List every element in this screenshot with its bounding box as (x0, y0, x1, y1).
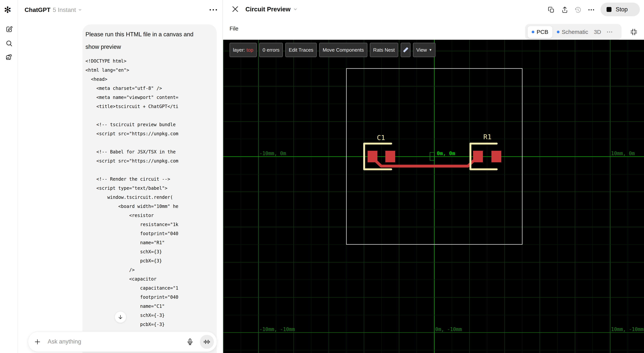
tab-3d[interactable]: 3D (594, 29, 601, 35)
file-menu[interactable]: File (230, 26, 238, 32)
tabs-more-icon[interactable] (606, 29, 613, 35)
pcb-drawing: C1R10m, 0m-10mm, 0m10mm, 0m-10mm, -10mm0… (223, 40, 644, 353)
canvas-title[interactable]: Circuit Preview (246, 5, 298, 14)
blue-dot-icon (557, 31, 560, 33)
library-icon[interactable] (6, 54, 13, 61)
arrow-down-icon (118, 314, 123, 320)
pencil-button[interactable] (401, 43, 410, 57)
edit-traces-button[interactable]: Edit Traces (285, 43, 317, 57)
composer (28, 331, 217, 352)
pencil-icon (402, 46, 409, 54)
more-icon[interactable] (588, 6, 595, 14)
attach-plus-icon[interactable] (34, 338, 41, 345)
copy-icon[interactable] (548, 6, 555, 14)
axis-coordinate-label: 10mm, -10mm (611, 326, 644, 332)
collapse-icon[interactable] (630, 28, 638, 36)
chevron-down-icon (293, 7, 298, 12)
caret-down-icon: ▼ (429, 48, 432, 52)
smd-pad (385, 151, 395, 162)
smd-pad (473, 151, 483, 162)
smd-pad (492, 151, 501, 162)
stop-square-icon (606, 7, 612, 12)
voice-mode-button[interactable] (200, 335, 214, 349)
microphone-icon[interactable] (186, 338, 194, 346)
axis-coordinate-label: -10mm, -10mm (260, 326, 295, 332)
tab-pcb[interactable]: PCB (527, 26, 553, 38)
axis-coordinate-label: 0m, -10mm (435, 326, 462, 332)
tab-schematic[interactable]: Schematic (557, 29, 588, 35)
waveform-icon (204, 338, 210, 345)
chevron-down-icon[interactable] (78, 8, 82, 12)
conversation-more-icon[interactable] (209, 7, 218, 13)
user-message-bubble: Please run this HTML file in a canvas an… (82, 25, 217, 353)
view-dropdown[interactable]: View ▼ (413, 43, 436, 57)
move-components-button[interactable]: Move Components (319, 43, 367, 57)
search-icon[interactable] (6, 40, 13, 47)
layer-button[interactable]: layer: top (230, 43, 257, 57)
pcb-toolbar: layer: top 0 errors Edit Traces Move Com… (230, 43, 436, 57)
canvas-panel: Circuit Preview Stop File PCB Schematic … (222, 0, 644, 353)
chat-header: ChatGPT 5 Instant (24, 6, 82, 14)
blue-dot-icon (532, 31, 534, 33)
axis-coordinate-label: -10mm, 0m (260, 151, 286, 156)
layer-value: top (246, 47, 253, 53)
model-name[interactable]: 5 Instant (53, 7, 76, 14)
errors-button[interactable]: 0 errors (259, 43, 283, 57)
close-icon[interactable] (231, 5, 239, 13)
share-icon[interactable] (561, 6, 568, 14)
stop-button[interactable]: Stop (600, 3, 640, 16)
axis-coordinate-label: 10mm, 0m (611, 151, 635, 156)
scroll-to-bottom-button[interactable] (114, 311, 126, 323)
component-label: C1 (377, 134, 385, 142)
chat-title: ChatGPT (24, 7, 50, 14)
chatgpt-logo-icon: ✻ (4, 5, 11, 15)
new-chat-icon[interactable] (6, 26, 13, 33)
pcb-canvas[interactable]: layer: top 0 errors Edit Traces Move Com… (223, 40, 644, 353)
sidebar: ✻ (0, 0, 18, 353)
chat-input[interactable] (48, 332, 154, 352)
smd-pad (368, 151, 378, 162)
origin-label: 0m, 0m (437, 150, 455, 156)
rats-nest-button[interactable]: Rats Nest (370, 43, 398, 57)
component-label: R1 (483, 133, 492, 141)
code-block: <!DOCTYPE html> <html lang="en"> <head> … (86, 57, 213, 338)
view-tabs: PCB Schematic 3D (525, 24, 622, 40)
history-icon[interactable] (574, 6, 582, 14)
chat-panel: ChatGPT 5 Instant Please run this HTML f… (18, 0, 222, 353)
user-message-text: Please run this HTML file in a canvas an… (86, 28, 213, 53)
